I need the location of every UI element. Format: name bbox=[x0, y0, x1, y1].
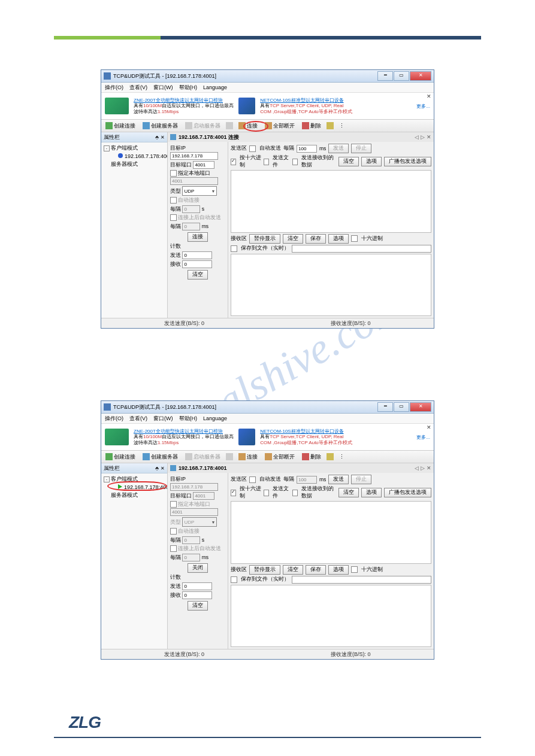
recv-opt-button[interactable]: 选项 bbox=[328, 565, 349, 575]
auto-send-checkbox[interactable] bbox=[249, 145, 256, 152]
ad2-link[interactable]: NETCOM-10S标准型以太网转串口设备 bbox=[260, 429, 344, 434]
recv-textbox[interactable] bbox=[231, 254, 431, 317]
target-ip-label: 目标IP bbox=[170, 145, 225, 152]
recv-textbox[interactable] bbox=[231, 585, 431, 648]
maximize-button[interactable]: ▭ bbox=[394, 71, 409, 81]
minimize-button[interactable]: ━ bbox=[377, 71, 393, 81]
recv-opt-button[interactable]: 选项 bbox=[328, 234, 349, 244]
menu-view[interactable]: 查看(V) bbox=[129, 84, 147, 92]
pause-show-button[interactable]: 暂停显示 bbox=[249, 565, 280, 575]
overflow-button[interactable]: ⋮ bbox=[337, 122, 346, 129]
tree-server-mode[interactable]: 服务器模式 bbox=[102, 491, 166, 500]
disconnect-all-button[interactable]: 全部断开 bbox=[263, 453, 297, 462]
delete-button[interactable]: 删除 bbox=[300, 122, 323, 130]
target-ip-input[interactable]: 192.168.7.178 bbox=[170, 152, 218, 160]
pause-show-button[interactable]: 暂停显示 bbox=[249, 234, 280, 244]
ad1-link[interactable]: ZNE-200T全功能型快速以太网转串口模块 bbox=[134, 98, 223, 103]
save-file-input[interactable] bbox=[292, 245, 431, 253]
recv-save-button[interactable]: 保存 bbox=[306, 234, 326, 244]
send-recv-checkbox[interactable] bbox=[292, 159, 298, 165]
type-select[interactable]: UDP▼ bbox=[182, 186, 217, 196]
menu-operate[interactable]: 操作(O) bbox=[105, 84, 123, 92]
send-opt-button[interactable]: 选项 bbox=[361, 488, 382, 497]
sidebar-pin[interactable]: ⬘✕ bbox=[155, 135, 165, 140]
send-textbox[interactable] bbox=[231, 501, 431, 564]
menu-window[interactable]: 窗口(W) bbox=[153, 415, 173, 423]
connect-icon bbox=[238, 122, 246, 129]
misc-icon[interactable] bbox=[327, 122, 334, 129]
tree-server-mode[interactable]: 服务器模式 bbox=[102, 160, 166, 169]
close-conn-button[interactable]: 关闭 bbox=[188, 563, 208, 573]
create-conn-button[interactable]: 创建连接 bbox=[104, 122, 137, 130]
create-srv-button[interactable]: 创建服务器 bbox=[141, 453, 180, 462]
send-opt-button[interactable]: 选项 bbox=[361, 157, 382, 166]
menu-window[interactable]: 窗口(W) bbox=[153, 84, 173, 92]
send-clear-button[interactable]: 清空 bbox=[338, 157, 359, 166]
interval2-row: 每隔 0 ms bbox=[170, 223, 225, 230]
clear-count-button[interactable]: 清空 bbox=[188, 270, 208, 280]
ad-close-icon[interactable]: ✕ bbox=[427, 93, 431, 99]
create-conn-button[interactable]: 创建连接 bbox=[104, 453, 137, 462]
delete-icon bbox=[302, 122, 309, 129]
recv-hex-checkbox[interactable] bbox=[351, 566, 358, 573]
disconnect-all-button[interactable]: 全部断开 bbox=[263, 122, 297, 130]
tree-collapse-icon[interactable]: - bbox=[104, 145, 110, 151]
menu-language[interactable]: Language bbox=[203, 415, 227, 421]
send-file-checkbox[interactable] bbox=[264, 490, 269, 496]
local-port-checkbox[interactable] bbox=[170, 170, 177, 177]
ad1-link[interactable]: ZNE-200T全功能型快速以太网转串口模块 bbox=[134, 429, 223, 434]
broadcast-button[interactable]: 广播包发送选项 bbox=[384, 157, 431, 166]
ad-more-link[interactable]: 更多... bbox=[416, 434, 430, 441]
send-file-checkbox[interactable] bbox=[264, 159, 269, 165]
close-button[interactable]: ✕ bbox=[410, 71, 431, 81]
connect-button[interactable]: 连接 bbox=[237, 122, 259, 130]
send-textbox[interactable] bbox=[231, 170, 431, 233]
hex-checkbox[interactable] bbox=[231, 159, 236, 165]
send-recv-checkbox[interactable] bbox=[292, 490, 298, 496]
tab-nav[interactable]: ◁▷✕ bbox=[415, 134, 431, 140]
tab-label[interactable]: 192.168.7.178:4001 连接 bbox=[179, 133, 239, 141]
misc-icon[interactable] bbox=[327, 453, 334, 460]
connect-button[interactable]: 连接 bbox=[237, 453, 259, 462]
ad-close-icon[interactable]: ✕ bbox=[427, 424, 431, 430]
create-srv-button[interactable]: 创建服务器 bbox=[141, 122, 180, 130]
recv-clear-button[interactable]: 清空 bbox=[283, 234, 303, 244]
ad-more-link[interactable]: 更多... bbox=[416, 103, 430, 110]
target-port-input[interactable]: 4001 bbox=[193, 161, 214, 169]
send-button[interactable]: 发送 bbox=[328, 475, 349, 484]
menu-language[interactable]: Language bbox=[203, 84, 227, 90]
connect-action-button[interactable]: 连接 bbox=[188, 232, 208, 242]
tree-collapse-icon[interactable]: - bbox=[104, 476, 110, 482]
interval-value-input[interactable]: 100 bbox=[297, 145, 317, 153]
tree-client-mode[interactable]: -客户端模式 bbox=[102, 475, 166, 484]
tree-connection-item[interactable]: 192.168.7.178:4001 bbox=[102, 153, 166, 160]
clear-count-button[interactable]: 清空 bbox=[188, 601, 208, 611]
save-file-input[interactable] bbox=[292, 576, 431, 584]
sidebar-pin[interactable]: ⬘✕ bbox=[155, 466, 165, 471]
tab-label-2[interactable]: 192.168.7.178:4001 bbox=[179, 465, 227, 471]
ad2-link[interactable]: NETCOM-10S标准型以太网转串口设备 bbox=[260, 98, 344, 103]
menu-view[interactable]: 查看(V) bbox=[129, 415, 147, 423]
minimize-button[interactable]: ━ bbox=[377, 402, 393, 412]
menu-operate[interactable]: 操作(O) bbox=[105, 415, 123, 423]
menu-help[interactable]: 帮助(H) bbox=[179, 415, 198, 423]
recv-save-button[interactable]: 保存 bbox=[306, 565, 326, 575]
send-clear-button[interactable]: 清空 bbox=[338, 488, 359, 497]
tree-connection-item[interactable]: 192.168.7.178:4001 bbox=[102, 484, 166, 491]
auto-send-checkbox[interactable] bbox=[249, 476, 256, 483]
menu-help[interactable]: 帮助(H) bbox=[179, 84, 198, 92]
overflow-button[interactable]: ⋮ bbox=[337, 453, 346, 460]
tab-nav[interactable]: ◁▷✕ bbox=[415, 465, 431, 471]
close-button[interactable]: ✕ bbox=[410, 402, 431, 412]
maximize-button[interactable]: ▭ bbox=[394, 402, 409, 412]
recv-hex-checkbox[interactable] bbox=[351, 235, 358, 242]
delete-button[interactable]: 删除 bbox=[300, 453, 323, 462]
app-icon bbox=[104, 403, 111, 411]
save-file-checkbox[interactable] bbox=[231, 576, 237, 583]
save-file-checkbox[interactable] bbox=[231, 245, 237, 252]
tree-client-mode[interactable]: -客户端模式 bbox=[102, 144, 166, 153]
broadcast-button[interactable]: 广播包发送选项 bbox=[384, 488, 431, 497]
every2-label: 每隔 bbox=[170, 223, 181, 229]
recv-clear-button[interactable]: 清空 bbox=[283, 565, 303, 575]
hex-checkbox[interactable] bbox=[231, 490, 236, 496]
